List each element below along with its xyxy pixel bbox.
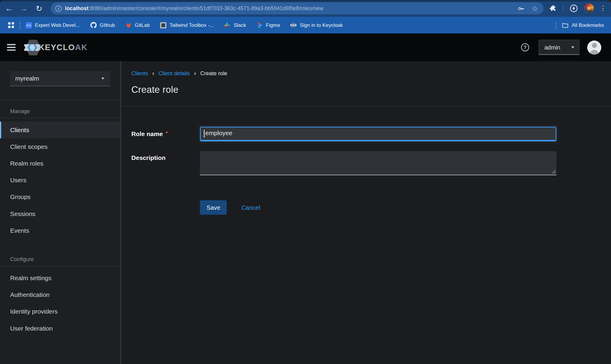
- bookmarks-separator: [556, 21, 556, 29]
- github-octocat-icon: [90, 22, 97, 28]
- browser-menu-icon[interactable]: ⋮: [600, 5, 606, 12]
- role-name-input[interactable]: [200, 127, 556, 141]
- site-info-icon[interactable]: i: [55, 5, 61, 12]
- save-button[interactable]: Save: [200, 200, 227, 215]
- help-icon[interactable]: ?: [521, 43, 529, 51]
- sidebar-item-realm-settings[interactable]: Realm settings: [0, 270, 121, 286]
- bookmark-label: Expert Web Devel...: [35, 22, 80, 28]
- sidebar-item-identity-providers[interactable]: Identity providers: [0, 303, 121, 320]
- bookmark-tailwind-toolbox[interactable]: Tailwind Toolbox -...: [160, 22, 214, 28]
- breadcrumb: Clients › Client details › Create role: [131, 70, 611, 76]
- bookmarks-separator: [19, 21, 20, 29]
- folder-icon: [562, 22, 568, 28]
- all-bookmarks-button[interactable]: All Bookmarks: [562, 22, 604, 28]
- description-label: Description: [131, 151, 200, 175]
- create-role-form: Role name * Description: [131, 127, 611, 215]
- sidebar-item-realm-roles[interactable]: Realm roles: [0, 155, 121, 172]
- page-title: Create role: [131, 84, 611, 95]
- forward-icon[interactable]: →: [19, 4, 29, 13]
- apps-grid-icon[interactable]: [8, 22, 14, 28]
- sidebar-item-client-scopes[interactable]: Client scopes: [0, 138, 121, 155]
- bookmark-label: Figma: [266, 22, 280, 28]
- bookmark-slack[interactable]: Slack: [224, 22, 246, 28]
- bookmark-label: Sign in to Keycloak: [300, 22, 343, 28]
- bookmark-expert-web[interactable]: </> Expert Web Devel...: [26, 22, 80, 28]
- keycloak-logo[interactable]: KEYCLOAK: [24, 39, 88, 56]
- cancel-link[interactable]: Cancel: [241, 204, 260, 211]
- reload-icon[interactable]: ↻: [34, 4, 44, 13]
- bookmark-keycloak[interactable]: Sign in to Keycloak: [291, 22, 343, 28]
- bookmark-github[interactable]: GIthub: [90, 22, 115, 28]
- bookmark-label: GitLab: [135, 22, 150, 28]
- form-actions: Save Cancel: [131, 200, 611, 215]
- sidebar-item-groups[interactable]: Groups: [0, 189, 121, 205]
- brand-main: KEYCLO: [38, 43, 75, 52]
- extensions-puzzle-icon[interactable]: [549, 4, 557, 12]
- breadcrumb-clients-link[interactable]: Clients: [131, 70, 148, 76]
- bookmark-star-icon[interactable]: ☆: [532, 4, 538, 13]
- role-name-label: Role name *: [131, 127, 200, 141]
- sidebar-nav: Manage Clients Client scopes Realm roles…: [0, 100, 121, 337]
- user-menu-dropdown[interactable]: admin: [539, 40, 579, 55]
- bookmark-label: GIthub: [100, 22, 115, 28]
- all-bookmarks-label: All Bookmarks: [572, 22, 604, 28]
- code-editor-icon: </>: [26, 22, 32, 28]
- chevron-right-icon: ›: [194, 70, 196, 76]
- bookmark-figma[interactable]: Figma: [257, 22, 280, 28]
- toolbar-separator: [563, 5, 564, 12]
- main-content: Clients › Client details › Create role C…: [121, 61, 611, 364]
- url-text[interactable]: localhost:8080/admin/master/console/#/my…: [65, 5, 510, 11]
- description-textarea[interactable]: [200, 151, 556, 175]
- brand-accent: AK: [75, 43, 87, 52]
- realm-selector[interactable]: myrealm: [10, 71, 110, 86]
- text-cursor: [204, 130, 204, 138]
- brand-wordmark: KEYCLOAK: [38, 43, 87, 52]
- back-icon[interactable]: ←: [4, 4, 14, 13]
- section-divider: [121, 106, 611, 106]
- chevron-down-icon: [101, 78, 104, 80]
- user-menu-label: admin: [544, 44, 560, 50]
- sidebar-item-clients[interactable]: Clients: [0, 122, 121, 138]
- toolbox-icon: [160, 22, 166, 28]
- extension-bolt-icon[interactable]: [569, 4, 578, 13]
- chevron-right-icon: ›: [152, 70, 154, 76]
- toolbar-right-cluster: ⋮: [549, 4, 607, 13]
- breadcrumb-client-details-link[interactable]: Client details: [158, 70, 190, 76]
- required-indicator: *: [166, 130, 168, 136]
- browser-profile-avatar[interactable]: [584, 4, 594, 13]
- bookmarks-bar: </> Expert Web Devel... GIthub GitLab Ta…: [0, 17, 611, 33]
- chevron-down-icon: [571, 46, 574, 48]
- bookmark-gitlab[interactable]: GitLab: [125, 22, 149, 28]
- nav-section-manage: Manage: [0, 100, 121, 118]
- nav-toggle-icon[interactable]: [7, 44, 16, 51]
- screenshot-stage: ← → ↻ i localhost:8080/admin/master/cons…: [0, 0, 611, 364]
- address-bar[interactable]: i localhost:8080/admin/master/console/#/…: [51, 2, 544, 14]
- sidebar: myrealm Manage Clients Client scopes Rea…: [0, 61, 121, 364]
- nav-section-configure: Configure: [0, 239, 121, 266]
- realm-selector-label: myrealm: [15, 75, 39, 82]
- breadcrumb-current: Create role: [200, 70, 227, 76]
- sidebar-item-sessions[interactable]: Sessions: [0, 205, 121, 222]
- bookmark-label: Slack: [234, 22, 246, 28]
- keycloak-masthead: KEYCLOAK ? admin: [0, 33, 611, 61]
- password-key-icon[interactable]: [518, 4, 525, 12]
- slack-logo-icon: [224, 22, 231, 28]
- figma-logo-icon: [257, 22, 263, 28]
- url-host: localhost: [65, 5, 89, 11]
- user-avatar[interactable]: [587, 40, 601, 54]
- bookmark-label: Tailwind Toolbox -...: [169, 22, 214, 28]
- gitlab-tanuki-icon: [125, 22, 132, 28]
- keycloak-hexagon-icon: [291, 22, 297, 28]
- browser-toolbar: ← → ↻ i localhost:8080/admin/master/cons…: [0, 0, 611, 17]
- sidebar-item-authentication[interactable]: Authentication: [0, 286, 121, 303]
- sidebar-item-events[interactable]: Events: [0, 222, 121, 239]
- sidebar-item-user-federation[interactable]: User federation: [0, 320, 121, 337]
- url-path: :8080/admin/master/console/#/myrealm/cli…: [89, 5, 323, 11]
- sidebar-item-users[interactable]: Users: [0, 172, 121, 189]
